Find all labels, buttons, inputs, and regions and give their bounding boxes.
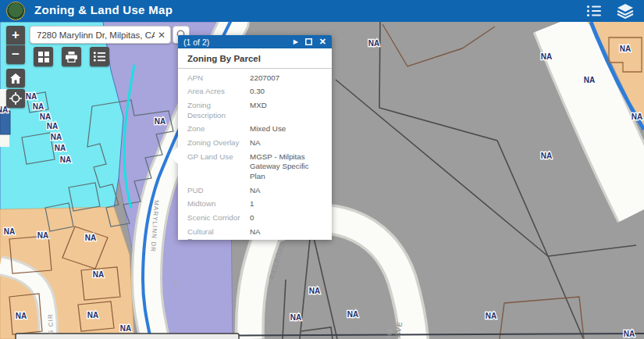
attribute-value: NA [250, 186, 326, 196]
attribute-row: GP Land UseMGSP - Milpitas Gateway Speci… [178, 150, 332, 184]
attribute-value: NA [250, 138, 326, 148]
app-header: Zoning & Land Use Map [0, 0, 644, 22]
parcel-label: NA [620, 45, 631, 53]
parcel-label: NA [51, 133, 62, 141]
parcel-label: NA [120, 324, 131, 333]
attribute-value: 1 [250, 199, 326, 209]
maximize-icon[interactable] [305, 38, 312, 45]
parcel-label: NA [541, 152, 552, 160]
parcel-label: NA [85, 234, 96, 242]
print-button[interactable] [62, 47, 81, 66]
attribute-label: Midtown [187, 199, 250, 209]
parcel-label: NA [60, 155, 71, 164]
attribute-value: MGSP - Milpitas Gateway Specific Plan [250, 152, 326, 182]
clear-search-icon[interactable]: ✕ [158, 30, 165, 41]
popup-pager: (1 of 2) [183, 37, 286, 47]
popup-header[interactable]: (1 of 2) ▶ ✕ [178, 35, 332, 48]
list-icon [94, 52, 105, 62]
app-title: Zoning & Land Use Map [34, 3, 173, 16]
attribute-tab[interactable] [0, 111, 10, 134]
attribute-value: NA [250, 227, 326, 240]
parcel-label: NA [26, 92, 37, 101]
parcel-label: NA [37, 231, 48, 240]
popup-body: Zoning By Parcel APN2207007Area Acres0.3… [178, 48, 332, 240]
attribute-label: Zoning Description [187, 101, 250, 120]
attribute-label: GP Land Use [187, 152, 250, 182]
popup-title: Zoning By Parcel [178, 48, 332, 69]
attribute-label: Zoning Overlay [187, 138, 250, 148]
attribute-row: Cultural ResourceNA [178, 225, 332, 240]
feature-popup: (1 of 2) ▶ ✕ Zoning By Parcel APN2207007… [178, 35, 332, 240]
attribute-row: Midtown1 [178, 198, 332, 212]
attribute-value: 0 [250, 213, 326, 223]
attribute-value: Mixed Use [250, 124, 326, 134]
attribute-row: APN2207007 [178, 71, 332, 85]
attribute-row: PUDNA [178, 184, 332, 198]
parcel-label: NA [368, 39, 379, 48]
close-icon[interactable]: ✕ [319, 37, 326, 46]
attribute-value: MXD [250, 101, 326, 120]
parcel-label: NA [93, 270, 104, 279]
attribute-label: Area Acres [187, 87, 250, 97]
parcel-label: NA [624, 330, 635, 338]
attribute-label: Cultural Resource [187, 227, 250, 240]
app-window: MARYLINN DR 56 S CIR RAILROAD AVE 101 NA… [0, 0, 644, 339]
parcel-label: NA [55, 144, 66, 152]
attribute-label: PUD [187, 186, 250, 196]
attribute-row: ZoneMixed Use [178, 123, 332, 137]
basemap-gallery-button[interactable] [34, 47, 53, 66]
parcel-label: NA [155, 117, 165, 126]
layers-icon[interactable] [616, 2, 635, 20]
attribute-row: Zoning DescriptionMXD [178, 98, 332, 122]
parcel-label: NA [309, 287, 320, 295]
street-label-56: 56 [173, 279, 179, 286]
legend-button[interactable] [90, 47, 109, 66]
locate-icon [9, 92, 22, 105]
parcel-label: NA [33, 102, 44, 111]
parcel-label: NA [584, 76, 595, 84]
next-feature-icon[interactable]: ▶ [294, 39, 298, 45]
popup-anchor-pointer [169, 147, 178, 164]
locate-button[interactable] [6, 89, 25, 108]
parcel-label: NA [47, 122, 58, 130]
street-label-s-cir: S CIR [47, 313, 55, 334]
home-icon [10, 73, 21, 84]
parcel-label: NA [16, 312, 27, 320]
attribute-row: Area Acres0.30 [178, 85, 332, 99]
attribute-label: APN [187, 73, 250, 84]
legend-list-icon[interactable] [585, 2, 603, 20]
attribute-value: 2207007 [250, 73, 326, 84]
parcel-label: NA [632, 112, 642, 121]
attribute-label: Zone [187, 124, 250, 134]
zoom-in-button[interactable]: + [6, 26, 25, 45]
attribute-value: 0.30 [250, 87, 326, 97]
parcel-label: NA [4, 227, 15, 236]
attribute-table: APN2207007Area Acres0.30Zoning Descripti… [178, 69, 332, 240]
parcel-label: NA [486, 312, 496, 320]
parcel-label: NA [541, 52, 552, 61]
search-input[interactable]: 7280 Marylinn Dr, Milpitas, CA, 9 ✕ [30, 26, 171, 44]
zoom-out-button[interactable]: − [6, 45, 25, 64]
parcel-label: NA [347, 310, 358, 319]
city-seal-logo [6, 2, 25, 20]
attribute-row: Scenic Corridor0 [178, 211, 332, 225]
parcel-label: NA [290, 313, 301, 322]
parcel-label: NA [87, 311, 98, 319]
parcel-label: NA [40, 112, 51, 121]
basemap-grid-icon [38, 52, 49, 62]
attribute-label: Scenic Corridor [187, 213, 250, 223]
home-button[interactable] [6, 69, 25, 87]
attribute-row: Zoning OverlayNA [178, 136, 332, 150]
search-value[interactable]: 7280 Marylinn Dr, Milpitas, CA, 9 [37, 30, 155, 40]
printer-icon [66, 52, 77, 62]
